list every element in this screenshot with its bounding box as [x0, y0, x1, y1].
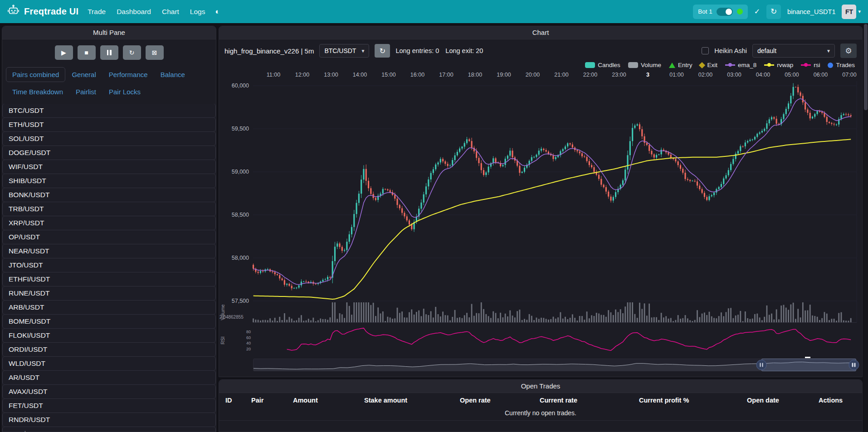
pause-button[interactable]: [100, 45, 118, 60]
freqtrade-robot-icon: [7, 5, 20, 19]
pair-item[interactable]: BOME/USDT: [2, 314, 216, 329]
svg-text:06:00: 06:00: [814, 72, 828, 78]
tab-general[interactable]: General: [65, 67, 102, 82]
pair-item[interactable]: ETH/USDT: [2, 117, 216, 132]
nav-link-dashboard[interactable]: Dashboard: [117, 8, 151, 16]
clear-chart-button[interactable]: ⊠: [146, 45, 164, 60]
legend-item-rsi[interactable]: rsi: [801, 62, 820, 68]
navigator-selected-range[interactable]: [761, 359, 856, 371]
pair-item[interactable]: XRP/USDT: [2, 216, 216, 230]
navigator-left-handle[interactable]: [756, 360, 767, 370]
svg-text:11:00: 11:00: [267, 72, 280, 78]
legend-item-exit[interactable]: Exit: [700, 62, 717, 68]
legend-item-ema_8[interactable]: ema_8: [725, 62, 756, 68]
svg-text:02:00: 02:00: [698, 72, 712, 78]
legend-item-trades[interactable]: Trades: [828, 62, 855, 68]
plot-config-select[interactable]: default ▼: [752, 44, 835, 58]
brand[interactable]: Freqtrade UI: [7, 5, 78, 19]
legend-item-candles[interactable]: Candles: [585, 62, 620, 68]
tab-pairs-combined[interactable]: Pairs combined: [6, 67, 65, 82]
pair-item[interactable]: WLD/USDT: [2, 356, 216, 371]
pair-item[interactable]: TRB/USDT: [2, 202, 216, 216]
price-chart[interactable]: 60,00059,50059,00058,50058,00057,50011:0…: [219, 70, 863, 357]
pair-item[interactable]: OP/USDT: [2, 230, 216, 244]
pair-item[interactable]: SHIB/USDT: [2, 174, 216, 188]
bot-toggle[interactable]: [717, 8, 733, 16]
pair-item[interactable]: AVAX/USDT: [2, 384, 216, 399]
refresh-all-button[interactable]: ↻: [766, 5, 781, 19]
pair-item[interactable]: ETHFI/USDT: [2, 272, 216, 286]
page-scrollbar[interactable]: [863, 23, 868, 432]
nav-link-chart[interactable]: Chart: [162, 8, 179, 16]
pair-item[interactable]: RUNE/USDT: [2, 286, 216, 301]
bot-media-controls: ▶■↻⊠: [2, 39, 216, 64]
stop-button[interactable]: ■: [78, 45, 96, 60]
entry-marker-icon: [669, 63, 675, 68]
svg-text:03:00: 03:00: [727, 72, 741, 78]
legend-item-volume[interactable]: Volume: [628, 62, 661, 68]
pair-item[interactable]: RNDR/USDT: [2, 413, 216, 427]
navigator-right-handle[interactable]: [848, 360, 859, 370]
pair-item[interactable]: DOGE/USDT: [2, 146, 216, 160]
pair-item[interactable]: ARB/USDT: [2, 300, 216, 315]
svg-text:58,500: 58,500: [232, 212, 249, 218]
open-trades-panel: Open Trades IDPairAmountStake amountOpen…: [219, 379, 863, 432]
svg-text:22:00: 22:00: [583, 72, 597, 78]
pair-item[interactable]: BONK/USDT: [2, 188, 216, 202]
nav-link-logs[interactable]: Logs: [190, 8, 205, 16]
svg-text:13:00: 13:00: [324, 72, 338, 78]
pair-item[interactable]: FLOKI/USDT: [2, 328, 216, 343]
navigator-position-marker: [805, 357, 810, 358]
tab-pairlist[interactable]: Pairlist: [69, 84, 102, 99]
tab-balance[interactable]: Balance: [154, 67, 191, 82]
bot-exchange-label: binance_USDT1: [787, 8, 835, 15]
chevron-down-icon: ▾: [858, 9, 861, 15]
user-menu[interactable]: FT ▾: [842, 5, 861, 19]
status-check-icon: ✓: [754, 7, 760, 16]
navbar-links: TradeDashboardChartLogs: [88, 8, 205, 16]
svg-text:14:00: 14:00: [353, 72, 367, 78]
pair-item[interactable]: AR/USDT: [2, 370, 216, 385]
scrollbar-thumb[interactable]: [864, 24, 868, 110]
column-current-profit-: Current profit %: [639, 397, 747, 404]
pair-item[interactable]: BTC/USDT: [2, 104, 216, 118]
multi-pane-title: Multi Pane: [2, 26, 216, 39]
svg-text:23:00: 23:00: [612, 72, 626, 78]
play-button[interactable]: ▶: [55, 45, 73, 60]
column-open-rate: Open rate: [460, 397, 540, 404]
heikin-ashi-checkbox[interactable]: [702, 47, 709, 54]
column-actions: Actions: [819, 397, 856, 404]
tab-performance[interactable]: Performance: [102, 67, 154, 82]
pair-item[interactable]: SOL/USDT: [2, 131, 216, 146]
plot-settings-button[interactable]: ⚙: [840, 44, 857, 58]
pair-item[interactable]: NEAR/USDT: [2, 244, 216, 258]
column-amount: Amount: [293, 397, 364, 404]
rsi-marker-icon: [801, 64, 811, 66]
long-exits-label: Long exit: 20: [445, 47, 483, 54]
chart-navigator[interactable]: [253, 359, 856, 371]
theme-toggle-icon[interactable]: ◐: [215, 7, 219, 16]
bot-online-dot-icon: [737, 9, 743, 15]
bot-selector[interactable]: Bot 1: [693, 5, 748, 19]
tab-pair-locks[interactable]: Pair Locks: [102, 84, 147, 99]
svg-text:05:00: 05:00: [785, 72, 799, 78]
pair-item[interactable]: JTO/USDT: [2, 258, 216, 272]
chart-panel: Chart high_frog_binance_v226 | 5m BTC/US…: [219, 26, 863, 377]
pair-item[interactable]: ORDI/USDT: [2, 342, 216, 357]
pair-select[interactable]: BTC/USDT ▼: [319, 44, 369, 58]
tab-time-breakdown[interactable]: Time Breakdown: [6, 84, 69, 99]
refresh-chart-button[interactable]: ↻: [375, 44, 390, 58]
pair-item[interactable]: WIF/USDT: [2, 160, 216, 174]
pair-item[interactable]: FET/USDT: [2, 398, 216, 413]
candles-marker-icon: [585, 62, 595, 68]
pair-item[interactable]: DOT/USDT: [2, 427, 216, 432]
avatar[interactable]: FT: [842, 5, 856, 19]
chevron-down-icon: ▼: [361, 49, 365, 53]
play-icon: ▶: [61, 49, 66, 56]
nav-link-trade[interactable]: Trade: [88, 8, 106, 16]
reload-button[interactable]: ↻: [123, 45, 141, 60]
svg-text:RSI: RSI: [220, 336, 225, 345]
legend-item-rvwap[interactable]: rvwap: [764, 62, 793, 68]
stop-icon: ■: [84, 49, 88, 56]
legend-item-entry[interactable]: Entry: [669, 62, 692, 68]
